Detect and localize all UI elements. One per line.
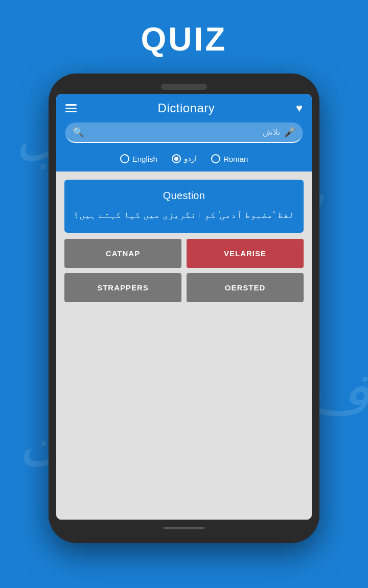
answer-catnap[interactable]: CATNAP bbox=[64, 239, 181, 268]
quiz-content: Question لفظ 'مضبوط آدمی' کو انگریزی میں… bbox=[56, 172, 312, 520]
mic-icon[interactable]: 🎤 bbox=[284, 127, 295, 138]
question-text: لفظ 'مضبوط آدمی' کو انگریزی میں کیا کہتے… bbox=[73, 208, 295, 223]
lang-label-english: English bbox=[132, 155, 157, 163]
radio-urdu[interactable] bbox=[172, 154, 181, 163]
answer-velarise[interactable]: VELARISE bbox=[187, 239, 304, 268]
answer-strappers[interactable]: STRAPPERS bbox=[64, 273, 181, 302]
favorite-button[interactable]: ♥ bbox=[296, 102, 303, 115]
lang-label-roman: Roman bbox=[223, 155, 248, 163]
question-card: Question لفظ 'مضبوط آدمی' کو انگریزی میں… bbox=[64, 180, 304, 233]
answer-oersted[interactable]: OERSTED bbox=[187, 273, 304, 302]
app-title: Dictionary bbox=[158, 101, 215, 115]
search-bar: 🔍 🎤 bbox=[56, 122, 312, 150]
lang-option-english[interactable]: English bbox=[120, 154, 157, 163]
lang-label-urdu: اردو bbox=[184, 154, 197, 163]
page-title: QUIZ bbox=[141, 20, 227, 58]
lang-option-urdu[interactable]: اردو bbox=[172, 154, 197, 163]
search-input[interactable] bbox=[88, 128, 280, 137]
phone-frame: Dictionary ♥ 🔍 🎤 English اردو Roman bbox=[49, 74, 319, 543]
phone-bottom bbox=[56, 523, 312, 533]
phone-screen: Dictionary ♥ 🔍 🎤 English اردو Roman bbox=[56, 94, 312, 520]
language-selector: English اردو Roman bbox=[56, 150, 312, 172]
search-icon: 🔍 bbox=[73, 127, 84, 138]
search-wrapper: 🔍 🎤 bbox=[65, 122, 303, 143]
phone-top bbox=[56, 84, 312, 90]
lang-option-roman[interactable]: Roman bbox=[211, 154, 248, 163]
app-header: Dictionary ♥ bbox=[56, 94, 312, 122]
phone-speaker bbox=[161, 84, 207, 90]
radio-roman[interactable] bbox=[211, 154, 220, 163]
home-bar bbox=[164, 527, 204, 529]
answers-grid: CATNAP VELARISE STRAPPERS OERSTED bbox=[64, 239, 304, 302]
radio-english[interactable] bbox=[120, 154, 129, 163]
question-label: Question bbox=[73, 190, 295, 202]
menu-button[interactable] bbox=[65, 104, 77, 112]
